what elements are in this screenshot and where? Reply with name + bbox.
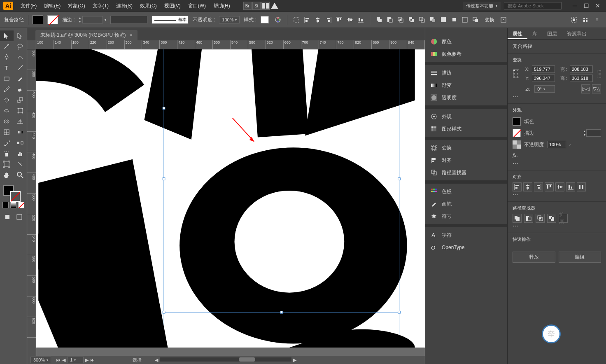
tab-properties[interactable]: 属性: [508, 28, 527, 39]
pencil-tool[interactable]: [0, 84, 14, 95]
pf-exclude-icon[interactable]: [406, 15, 416, 24]
panel-stroke[interactable]: 描边: [425, 67, 507, 79]
constrain-proportions-icon[interactable]: ⬚⬚: [597, 68, 601, 79]
flip-h-icon[interactable]: ▷◁: [581, 84, 590, 93]
selection-tool[interactable]: [0, 30, 14, 41]
prop-fill-swatch[interactable]: [513, 117, 521, 126]
pf-minus-icon[interactable]: [385, 15, 395, 24]
graphic-style-swatch[interactable]: [261, 16, 269, 23]
artboard-next-icon[interactable]: ▶: [85, 357, 89, 363]
blend-tool[interactable]: [14, 138, 27, 148]
ruler-vertical[interactable]: 3603804004204404604805005205405605806006…: [27, 49, 36, 356]
width-input[interactable]: [570, 65, 593, 73]
bridge-icon[interactable]: Br: [243, 2, 252, 10]
minimize-button[interactable]: ─: [570, 2, 580, 9]
tab-asset-export[interactable]: 资源导出: [562, 28, 592, 39]
ruler-origin[interactable]: [27, 40, 36, 49]
panel-swatches[interactable]: 色板: [425, 185, 507, 198]
align-top-icon[interactable]: [334, 15, 344, 24]
transform-label[interactable]: 变换: [485, 16, 494, 23]
prop-align-left-icon[interactable]: [513, 182, 522, 191]
prop-pf-exclude-icon[interactable]: [547, 214, 556, 223]
panel-character[interactable]: A字符: [425, 229, 507, 241]
pen-tool[interactable]: [0, 52, 14, 63]
menu-select[interactable]: 选择(S): [113, 2, 136, 10]
fill-stroke-controls[interactable]: [0, 184, 27, 200]
panel-align[interactable]: 对齐: [425, 154, 507, 166]
menu-type[interactable]: 文字(T): [89, 2, 112, 10]
panel-gradient[interactable]: 渐变: [425, 79, 507, 91]
draw-mode-icon[interactable]: [2, 212, 13, 222]
zoom-dropdown[interactable]: 300%: [30, 357, 51, 363]
pathfinder-more-icon[interactable]: ⋯: [513, 223, 601, 229]
stroke-width-input[interactable]: [82, 16, 103, 23]
lasso-tool[interactable]: [14, 41, 27, 52]
stroke-down-icon[interactable]: ▾: [79, 20, 81, 23]
color-mode-gradient[interactable]: [10, 202, 16, 208]
zoom-tool[interactable]: [14, 170, 27, 180]
edit-contents-icon[interactable]: [580, 15, 590, 24]
pf-minusback-icon[interactable]: [471, 15, 480, 24]
home-icon[interactable]: [29, 29, 35, 35]
stroke-up-icon[interactable]: ▴: [79, 16, 81, 20]
paintbrush-tool[interactable]: [14, 73, 27, 84]
panel-appearance[interactable]: 外观: [425, 110, 507, 123]
menu-view[interactable]: 视图(V): [161, 2, 184, 10]
panel-brushes[interactable]: 画笔: [425, 198, 507, 210]
panel-opentype[interactable]: OOpenType: [425, 241, 507, 254]
eyedropper-tool[interactable]: [0, 138, 14, 148]
align-more-icon[interactable]: ⋯: [513, 191, 601, 198]
prop-align-vcenter-icon[interactable]: [555, 182, 564, 191]
arrange-docs-icon[interactable]: [261, 2, 270, 10]
fx-icon[interactable]: fx.: [513, 152, 518, 159]
panel-transparency[interactable]: 透明度: [425, 91, 507, 104]
prop-pf-minus-icon[interactable]: [524, 214, 533, 223]
gradient-tool[interactable]: [14, 127, 27, 138]
prop-pf-expand-button[interactable]: 扩展: [559, 214, 568, 223]
ruler-horizontal[interactable]: 1001401802202603003403804204605005405806…: [36, 40, 425, 49]
width-tool[interactable]: [0, 105, 14, 116]
perspective-grid-tool[interactable]: [14, 116, 27, 127]
shape-builder-tool[interactable]: [0, 116, 14, 127]
pf-outline-icon[interactable]: [460, 15, 470, 24]
panel-color-guide[interactable]: 颜色参考: [425, 48, 507, 60]
height-input[interactable]: [570, 75, 593, 82]
stock-icon[interactable]: St: [252, 2, 261, 10]
align-vcenter-icon[interactable]: [345, 15, 355, 24]
symbol-sprayer-tool[interactable]: [0, 148, 14, 159]
artboard-tool[interactable]: [0, 159, 14, 170]
align-right-icon[interactable]: [324, 15, 333, 24]
reference-point-icon[interactable]: [513, 69, 519, 79]
gpu-icon[interactable]: [270, 2, 279, 10]
prop-distribute-icon[interactable]: [577, 182, 586, 191]
panel-color[interactable]: 颜色: [425, 35, 507, 48]
stroke-color-icon[interactable]: [10, 191, 21, 202]
release-button[interactable]: 释放: [513, 252, 555, 263]
free-transform-tool[interactable]: [14, 105, 27, 116]
prop-stroke-swatch[interactable]: [513, 129, 521, 137]
align-to-icon[interactable]: [291, 15, 301, 24]
prop-align-hcenter-icon[interactable]: [523, 182, 532, 191]
scroll-right-icon[interactable]: ▶: [293, 357, 296, 363]
column-graph-tool[interactable]: [14, 148, 27, 159]
magic-wand-tool[interactable]: [0, 41, 14, 52]
prop-align-bottom-icon[interactable]: [566, 182, 575, 191]
x-input[interactable]: [532, 65, 555, 73]
angle-input[interactable]: 0°: [534, 85, 555, 93]
hand-tool[interactable]: [0, 170, 14, 180]
scroll-left-icon[interactable]: ◀: [155, 357, 158, 363]
menu-edit[interactable]: 编辑(E): [41, 2, 64, 10]
scale-tool[interactable]: [14, 95, 27, 105]
stock-search-input[interactable]: [504, 2, 562, 9]
workspace-switcher[interactable]: 传统基本功能: [463, 2, 501, 10]
type-tool[interactable]: T: [0, 63, 14, 73]
direct-selection-tool[interactable]: [14, 30, 27, 41]
tab-layers[interactable]: 图层: [542, 28, 562, 39]
pf-unite-icon[interactable]: [374, 15, 384, 24]
close-button[interactable]: ✕: [593, 2, 603, 9]
stroke-swatch[interactable]: [47, 15, 58, 24]
rectangle-tool[interactable]: [0, 73, 14, 84]
fill-swatch[interactable]: [33, 15, 43, 24]
variable-width-profile[interactable]: [110, 16, 147, 24]
artboard-prev-icon[interactable]: ◀: [62, 357, 65, 363]
